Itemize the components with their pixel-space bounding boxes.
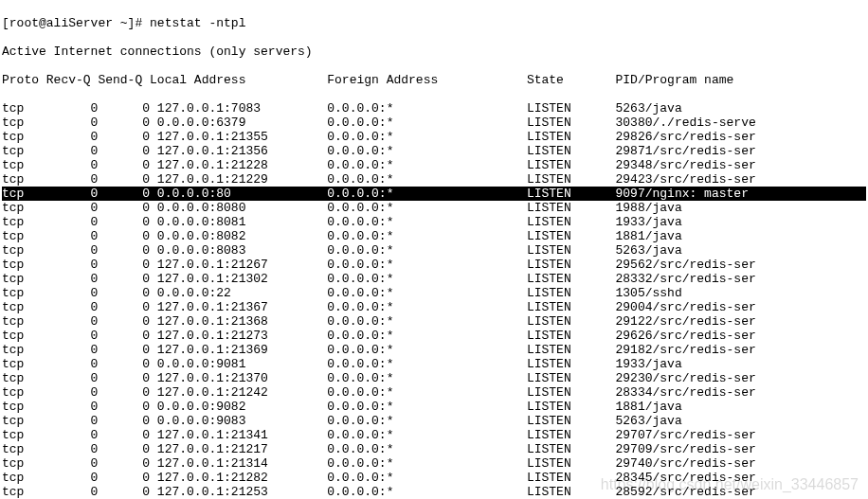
table-row: tcp 0 0 127.0.0.1:21228 0.0.0.0:* LISTEN… (2, 158, 866, 172)
command-line: [root@aliServer ~]# netstat -ntpl (2, 16, 866, 30)
table-row: tcp 0 0 0.0.0.0:9082 0.0.0.0:* LISTEN 18… (2, 400, 866, 414)
table-row: tcp 0 0 127.0.0.1:21369 0.0.0.0:* LISTEN… (2, 343, 866, 357)
table-header: Proto Recv-Q Send-Q Local Address Foreig… (2, 73, 866, 87)
table-row: tcp 0 0 127.0.0.1:21314 0.0.0.0:* LISTEN… (2, 456, 866, 471)
table-row: tcp 0 0 127.0.0.1:21355 0.0.0.0:* LISTEN… (2, 130, 866, 144)
table-row: tcp 0 0 0.0.0.0:22 0.0.0.0:* LISTEN 1305… (2, 286, 866, 300)
table-row: tcp 0 0 127.0.0.1:21229 0.0.0.0:* LISTEN… (2, 172, 866, 187)
table-row: tcp 0 0 127.0.0.1:21282 0.0.0.0:* LISTEN… (2, 471, 866, 485)
table-row: tcp 0 0 127.0.0.1:21242 0.0.0.0:* LISTEN… (2, 385, 866, 400)
table-row: tcp 0 0 0.0.0.0:8081 0.0.0.0:* LISTEN 19… (2, 215, 866, 229)
table-row: tcp 0 0 127.0.0.1:21217 0.0.0.0:* LISTEN… (2, 442, 866, 456)
table-row: tcp 0 0 0.0.0.0:6379 0.0.0.0:* LISTEN 30… (2, 116, 866, 130)
terminal-output[interactable]: [root@aliServer ~]# netstat -ntpl Active… (0, 0, 868, 499)
table-row: tcp 0 0 0.0.0.0:80 0.0.0.0:* LISTEN 9097… (2, 187, 866, 201)
table-row: tcp 0 0 127.0.0.1:21370 0.0.0.0:* LISTEN… (2, 371, 866, 385)
table-row: tcp 0 0 127.0.0.1:21302 0.0.0.0:* LISTEN… (2, 272, 866, 286)
table-row: tcp 0 0 127.0.0.1:7083 0.0.0.0:* LISTEN … (2, 101, 866, 116)
table-row: tcp 0 0 127.0.0.1:21253 0.0.0.0:* LISTEN… (2, 485, 866, 499)
table-row: tcp 0 0 127.0.0.1:21267 0.0.0.0:* LISTEN… (2, 258, 866, 272)
table-row: tcp 0 0 127.0.0.1:21341 0.0.0.0:* LISTEN… (2, 428, 866, 442)
table-row: tcp 0 0 127.0.0.1:21368 0.0.0.0:* LISTEN… (2, 314, 866, 329)
table-row: tcp 0 0 127.0.0.1:21367 0.0.0.0:* LISTEN… (2, 300, 866, 314)
table-row: tcp 0 0 0.0.0.0:9081 0.0.0.0:* LISTEN 19… (2, 357, 866, 371)
output-line: Active Internet connections (only server… (2, 45, 866, 59)
table-row: tcp 0 0 127.0.0.1:21273 0.0.0.0:* LISTEN… (2, 329, 866, 343)
table-row: tcp 0 0 0.0.0.0:8080 0.0.0.0:* LISTEN 19… (2, 201, 866, 215)
table-row: tcp 0 0 127.0.0.1:21356 0.0.0.0:* LISTEN… (2, 144, 866, 158)
table-row: tcp 0 0 0.0.0.0:8083 0.0.0.0:* LISTEN 52… (2, 243, 866, 258)
table-row: tcp 0 0 0.0.0.0:9083 0.0.0.0:* LISTEN 52… (2, 414, 866, 428)
table-row: tcp 0 0 0.0.0.0:8082 0.0.0.0:* LISTEN 18… (2, 229, 866, 243)
